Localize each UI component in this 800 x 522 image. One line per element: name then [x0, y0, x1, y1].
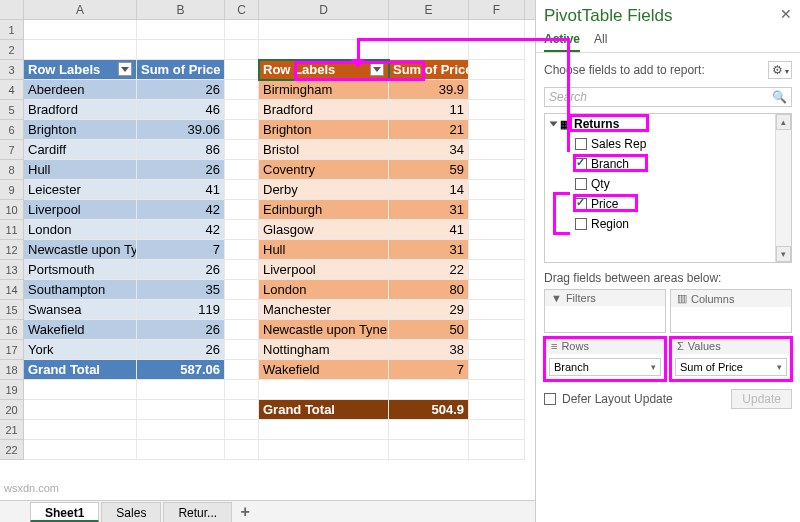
cell[interactable] [469, 100, 525, 120]
cell[interactable]: Bristol [259, 140, 389, 160]
scroll-up-icon[interactable]: ▴ [776, 114, 791, 130]
filter-icon[interactable] [118, 62, 132, 76]
cell[interactable] [225, 380, 259, 400]
cell[interactable]: Derby [259, 180, 389, 200]
checkbox[interactable] [575, 198, 587, 210]
cell[interactable] [389, 20, 469, 40]
cell[interactable]: 26 [137, 160, 225, 180]
checkbox[interactable] [575, 218, 587, 230]
cell[interactable]: 42 [137, 200, 225, 220]
cell[interactable]: Hull [24, 160, 137, 180]
col-header-D[interactable]: D [259, 0, 389, 19]
cell[interactable]: 26 [137, 340, 225, 360]
row-header[interactable]: 9 [0, 180, 24, 200]
col-header-A[interactable]: A [24, 0, 137, 19]
cell[interactable] [137, 440, 225, 460]
cell[interactable]: Brighton [24, 120, 137, 140]
cell[interactable]: 50 [389, 320, 469, 340]
filter-icon[interactable] [370, 62, 384, 76]
cell[interactable] [24, 40, 137, 60]
col-header-F[interactable]: F [469, 0, 525, 19]
row-header[interactable]: 12 [0, 240, 24, 260]
cell[interactable] [225, 100, 259, 120]
cell[interactable]: Sum of Price [137, 60, 225, 80]
cell[interactable]: 21 [389, 120, 469, 140]
checkbox[interactable] [575, 178, 587, 190]
cell[interactable]: 35 [137, 280, 225, 300]
cell[interactable] [225, 220, 259, 240]
cell[interactable] [469, 400, 525, 420]
cell[interactable] [469, 220, 525, 240]
cell[interactable] [469, 260, 525, 280]
scroll-down-icon[interactable]: ▾ [776, 246, 791, 262]
cell[interactable]: Brighton [259, 120, 389, 140]
expand-icon[interactable] [550, 122, 558, 127]
cell[interactable] [225, 20, 259, 40]
cell[interactable]: Glasgow [259, 220, 389, 240]
field-qty[interactable]: Qty [545, 174, 791, 194]
row-header[interactable]: 5 [0, 100, 24, 120]
close-icon[interactable]: ✕ [780, 6, 792, 26]
cell[interactable] [469, 320, 525, 340]
col-header-E[interactable]: E [389, 0, 469, 19]
cell[interactable] [225, 440, 259, 460]
cell[interactable] [225, 340, 259, 360]
cell[interactable]: 14 [389, 180, 469, 200]
cell[interactable]: 26 [137, 320, 225, 340]
cell[interactable] [225, 260, 259, 280]
cell[interactable] [225, 80, 259, 100]
cell[interactable] [469, 420, 525, 440]
cell[interactable] [24, 440, 137, 460]
cell[interactable]: Hull [259, 240, 389, 260]
row-header[interactable]: 16 [0, 320, 24, 340]
values-area[interactable]: ΣValues Sum of Price [670, 337, 792, 381]
col-header-B[interactable]: B [137, 0, 225, 19]
cell[interactable] [225, 120, 259, 140]
cell[interactable]: Liverpool [24, 200, 137, 220]
row-header[interactable]: 13 [0, 260, 24, 280]
cell[interactable]: Manchester [259, 300, 389, 320]
cell[interactable]: Bradford [259, 100, 389, 120]
cell[interactable] [259, 440, 389, 460]
cell[interactable] [225, 300, 259, 320]
cell[interactable] [469, 440, 525, 460]
cell[interactable] [225, 160, 259, 180]
cell[interactable]: Grand Total [24, 360, 137, 380]
cell[interactable]: Cardiff [24, 140, 137, 160]
cell[interactable]: 7 [137, 240, 225, 260]
cell[interactable] [469, 160, 525, 180]
cell[interactable] [137, 420, 225, 440]
cell[interactable] [259, 380, 389, 400]
cell[interactable]: Sum of Price [389, 60, 469, 80]
cell[interactable]: Bradford [24, 100, 137, 120]
cell[interactable] [225, 200, 259, 220]
field-price[interactable]: Price [545, 194, 791, 214]
row-header[interactable]: 18 [0, 360, 24, 380]
cell[interactable] [225, 280, 259, 300]
cell[interactable] [259, 20, 389, 40]
rows-item-branch[interactable]: Branch [549, 358, 661, 376]
cell[interactable]: 587.06 [137, 360, 225, 380]
cell[interactable]: 86 [137, 140, 225, 160]
cell[interactable]: Swansea [24, 300, 137, 320]
row-header[interactable]: 15 [0, 300, 24, 320]
row-header[interactable]: 11 [0, 220, 24, 240]
row-header[interactable]: 21 [0, 420, 24, 440]
tab-active[interactable]: Active [544, 28, 580, 52]
cell[interactable] [24, 20, 137, 40]
cell[interactable] [469, 360, 525, 380]
cell[interactable]: 7 [389, 360, 469, 380]
cell[interactable] [469, 240, 525, 260]
cell[interactable] [137, 40, 225, 60]
cell[interactable] [225, 60, 259, 80]
checkbox[interactable] [575, 158, 587, 170]
cell[interactable]: 80 [389, 280, 469, 300]
col-header-C[interactable]: C [225, 0, 259, 19]
gear-icon[interactable]: ⚙ [768, 61, 792, 79]
cell[interactable] [389, 40, 469, 60]
cell[interactable] [225, 180, 259, 200]
columns-area[interactable]: ▥Columns [670, 289, 792, 333]
cell[interactable]: 22 [389, 260, 469, 280]
cell[interactable] [225, 240, 259, 260]
cell[interactable]: 26 [137, 260, 225, 280]
